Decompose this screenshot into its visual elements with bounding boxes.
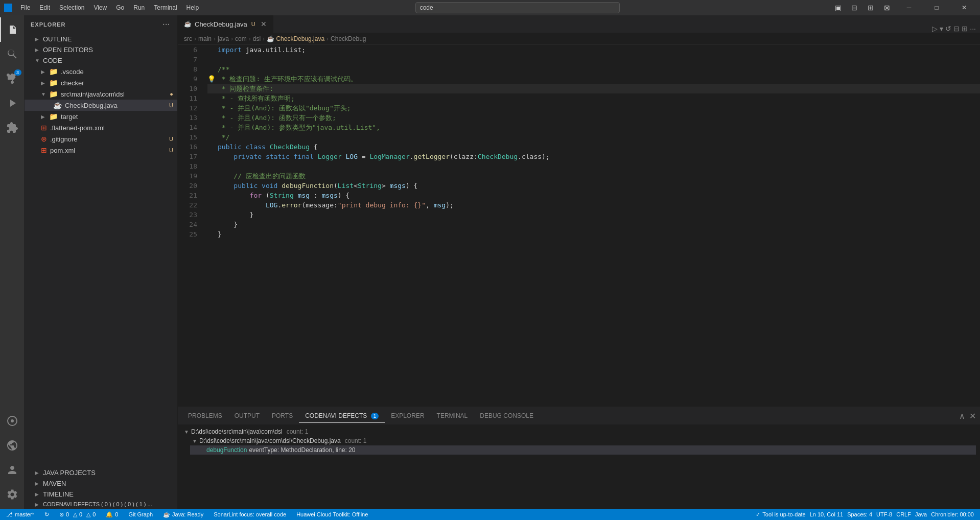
defect-name-1: debugFunction xyxy=(206,446,247,454)
sidebar-java-projects[interactable]: ▶ JAVA PROJECTS xyxy=(25,467,177,478)
maximize-button[interactable]: □ xyxy=(925,0,948,15)
breadcrumb-main[interactable]: main xyxy=(198,35,212,42)
status-huawei[interactable]: Huawei Cloud Toolkit: Offline xyxy=(294,511,370,517)
split-editor[interactable]: ⊟ xyxy=(953,25,960,33)
tab-debug-console[interactable]: DEBUG CONSOLE xyxy=(474,409,540,423)
defect-group-header-1[interactable]: ▼ D:\dsl\code\src\main\java\com\dsl coun… xyxy=(182,427,976,436)
sidebar-item-flattened-pom[interactable]: ⊞ .flattened-pom.xml xyxy=(25,122,177,133)
menu-file[interactable]: File xyxy=(16,3,34,12)
status-sonarlint[interactable]: SonarLint focus: overall code xyxy=(212,511,288,517)
status-git-graph[interactable]: Git Graph xyxy=(126,511,155,517)
activity-codenavi[interactable] xyxy=(0,409,25,433)
menu-help[interactable]: Help xyxy=(182,3,203,12)
breadcrumb-file[interactable]: ☕ CheckDebug.java xyxy=(267,35,324,42)
menu-view[interactable]: View xyxy=(89,3,111,12)
breadcrumb-com[interactable]: com xyxy=(235,35,247,42)
sidebar-outline[interactable]: ▶ OUTLINE xyxy=(25,34,177,44)
status-git-branch[interactable]: ⎇ master* xyxy=(4,511,36,518)
defect-file-header-1[interactable]: ▼ D:\dsl\code\src\main\java\com\dsl\Chec… xyxy=(190,436,976,445)
sonarlint-text: SonarLint focus: overall code xyxy=(214,511,286,517)
menu-bar: File Edit Selection View Go Run Terminal… xyxy=(16,3,203,12)
sidebar-open-editors[interactable]: ▶ OPEN EDITORS xyxy=(25,44,177,55)
search-bar[interactable] xyxy=(415,2,620,13)
activity-settings[interactable] xyxy=(0,482,25,507)
status-tool[interactable]: ✓ Tool is up-to-date xyxy=(754,511,807,518)
sidebar-item-pom[interactable]: ⊞ pom.xml U xyxy=(25,145,177,156)
activity-extensions[interactable] xyxy=(0,115,25,140)
activity-run-debug[interactable] xyxy=(0,91,25,115)
sidebar-item-gitignore[interactable]: ⊛ .gitignore U xyxy=(25,133,177,145)
debug-back[interactable]: ↺ xyxy=(945,25,951,33)
code-line-8: /** xyxy=(207,64,980,74)
status-language[interactable]: Java xyxy=(913,511,929,517)
layout-btn-4[interactable]: ⊠ xyxy=(881,2,893,14)
minimize-button[interactable]: ─ xyxy=(897,0,921,15)
sidebar-item-checkdebug[interactable]: ☕ CheckDebug.java U xyxy=(25,100,177,111)
activity-search[interactable] xyxy=(0,42,25,66)
tab-checkdebug[interactable]: ☕ CheckDebug.java U ✕ xyxy=(178,15,273,33)
status-java[interactable]: ☕ Java: Ready xyxy=(161,511,205,518)
tab-problems[interactable]: PROBLEMS xyxy=(182,409,228,423)
menu-edit[interactable]: Edit xyxy=(35,3,54,12)
status-chronicler[interactable]: Chronicler: 00:00 xyxy=(929,511,976,517)
status-encoding[interactable]: UTF-8 xyxy=(874,511,894,517)
activity-source-control[interactable]: 3 xyxy=(0,66,25,91)
status-problems-count[interactable]: ⊗ 0 △ 0 △ 0 xyxy=(57,511,98,518)
sidebar-item-src[interactable]: ▼ 📁 src\main\java\com\dsl ● xyxy=(25,88,177,100)
code-content[interactable]: import java.util.List; /** 💡 * 检查问题: 生产环… xyxy=(203,45,980,407)
breadcrumb-class[interactable]: CheckDebug xyxy=(331,35,366,42)
breadcrumb-src[interactable]: src xyxy=(184,35,192,42)
group1-count: count: 1 xyxy=(287,428,309,435)
tab-codenavi-defects[interactable]: CODENAVI DEFECTS 1 xyxy=(299,409,385,423)
status-bar: ⎇ master* ↻ ⊗ 0 △ 0 △ 0 🔔 0 Git Graph ☕ … xyxy=(0,509,980,520)
activity-accounts[interactable] xyxy=(0,458,25,482)
menu-run[interactable]: Run xyxy=(129,3,149,12)
source-control-badge: 3 xyxy=(14,69,21,76)
group1-path: D:\dsl\code\src\main\java\com\dsl xyxy=(191,428,283,435)
menu-selection[interactable]: Selection xyxy=(55,3,88,12)
tab-ports[interactable]: PORTS xyxy=(266,409,299,423)
status-line-endings[interactable]: CRLF xyxy=(894,511,913,517)
layout-btn-3[interactable]: ⊞ xyxy=(865,2,877,14)
layout-btn-1[interactable]: ▣ xyxy=(832,2,844,14)
panel-tabs: PROBLEMS OUTPUT PORTS CODENAVI DEFECTS 1… xyxy=(178,407,980,425)
close-button[interactable]: ✕ xyxy=(952,0,976,15)
editor-layout[interactable]: ⊞ xyxy=(962,25,968,33)
run-button[interactable]: ▷ xyxy=(932,25,938,33)
notif-count: 0 xyxy=(115,511,118,517)
activity-explorer[interactable] xyxy=(0,17,25,42)
panel-collapse-button[interactable]: ∧ xyxy=(959,411,965,421)
defect-item-1[interactable]: debugFunction eventType: MethodDeclarati… xyxy=(190,445,976,455)
status-cursor[interactable]: Ln 10, Col 11 xyxy=(808,511,845,517)
activity-remote[interactable] xyxy=(0,433,25,458)
layout-btn-2[interactable]: ⊟ xyxy=(848,2,860,14)
sidebar-more-button[interactable]: ··· xyxy=(161,19,171,30)
more-actions[interactable]: ··· xyxy=(970,25,976,33)
run-dropdown[interactable]: ▾ xyxy=(940,25,943,33)
sep3: › xyxy=(231,35,233,42)
breadcrumb-dsl[interactable]: dsl xyxy=(253,35,261,42)
sidebar-item-target[interactable]: ▶ 📁 target xyxy=(25,111,177,122)
status-sync[interactable]: ↻ xyxy=(42,511,51,518)
sidebar-code[interactable]: ▼ CODE xyxy=(25,55,177,66)
sidebar-maven[interactable]: ▶ MAVEN xyxy=(25,478,177,489)
panel-content[interactable]: ▼ D:\dsl\code\src\main\java\com\dsl coun… xyxy=(178,425,980,509)
status-notifications[interactable]: 🔔 0 xyxy=(104,511,120,518)
tab-java-icon: ☕ xyxy=(184,20,192,28)
panel-close-button[interactable]: ✕ xyxy=(969,411,976,421)
menu-go[interactable]: Go xyxy=(112,3,128,12)
tab-close-button[interactable]: ✕ xyxy=(261,20,267,28)
code-line-16: public class CheckDebug { xyxy=(207,142,980,152)
menu-terminal[interactable]: Terminal xyxy=(150,3,181,12)
tab-output[interactable]: OUTPUT xyxy=(228,409,266,423)
sidebar-item-vscode[interactable]: ▶ 📁 .vscode xyxy=(25,66,177,77)
breadcrumb-java[interactable]: java xyxy=(218,35,229,42)
status-spaces[interactable]: Spaces: 4 xyxy=(845,511,874,517)
tab-explorer[interactable]: EXPLORER xyxy=(385,409,430,423)
tab-terminal[interactable]: TERMINAL xyxy=(431,409,474,423)
sidebar-item-checker[interactable]: ▶ 📁 checker xyxy=(25,77,177,88)
search-input[interactable] xyxy=(415,2,620,13)
code-line-18 xyxy=(207,161,980,171)
sidebar-timeline[interactable]: ▶ TIMELINE xyxy=(25,489,177,500)
sidebar-codenavi[interactable]: ▶ CODENAVI DEFECTS ( 0 ) ( 0 ) ( 0 ) ( 1… xyxy=(25,500,177,509)
